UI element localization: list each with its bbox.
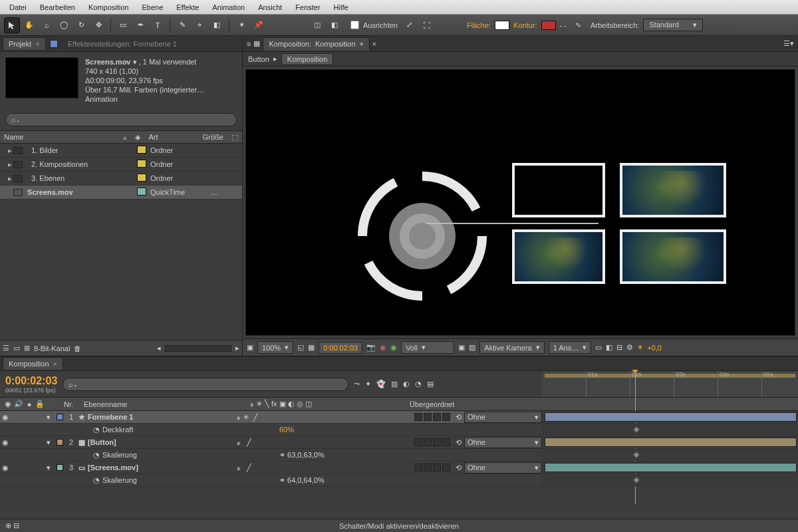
graph-editor-icon[interactable]: ◔	[415, 380, 422, 388]
clone-tool[interactable]: ⌖	[192, 17, 207, 33]
rotobrush-tool[interactable]: ✶	[233, 17, 249, 33]
camera-dropdown[interactable]: Aktive Kamera▾	[479, 341, 545, 354]
project-tab[interactable]: Projekt×	[3, 37, 46, 50]
twirl-icon[interactable]: ▾	[43, 413, 55, 422]
roi-icon[interactable]: ▣	[458, 343, 465, 352]
bezier-icon[interactable]: ∿	[571, 17, 587, 33]
frame-blend-icon[interactable]: ▥	[391, 380, 398, 388]
project-row-selected[interactable]: Screens.mov QuickTime …	[0, 186, 242, 200]
rotate-tool[interactable]: ↻	[73, 17, 89, 33]
project-row[interactable]: ▸ 1. Bilder Ordner	[0, 144, 242, 158]
eraser-tool[interactable]: ◧	[209, 17, 225, 33]
selection-tool[interactable]	[4, 17, 20, 33]
trash-icon[interactable]: 🗑	[74, 344, 81, 352]
effects-tab[interactable]: Effekteinstellungen: Formebene 1	[62, 37, 183, 50]
constrain-icon[interactable]: ⚭	[279, 476, 285, 484]
breadcrumb-item-current[interactable]: Komposition	[281, 53, 334, 65]
exposure-value[interactable]: +0,0	[647, 344, 662, 352]
menu-animation[interactable]: Animation	[205, 3, 251, 11]
stroke-width[interactable]: - -	[560, 21, 567, 29]
new-comp-icon[interactable]: ⊞	[24, 344, 30, 352]
hand-tool[interactable]: ✋	[21, 17, 37, 33]
project-search[interactable]: ⌕▾	[5, 113, 237, 126]
visibility-toggle[interactable]: ◉	[0, 413, 11, 422]
time-ruler[interactable]: 01s 02s 03s 04s 05s	[542, 371, 798, 397]
layer-color-label[interactable]	[57, 414, 63, 420]
keyframe[interactable]	[632, 426, 640, 433]
layer-bar[interactable]	[545, 438, 797, 447]
always-preview-icon[interactable]: ▣	[247, 343, 253, 352]
keyframe[interactable]	[632, 451, 640, 458]
align-checkbox[interactable]	[350, 21, 359, 29]
smallicon-1[interactable]: ◫	[309, 17, 325, 33]
parent-dropdown[interactable]: Ohne▾	[464, 437, 542, 448]
layer-color-label[interactable]	[57, 439, 63, 446]
layer-row[interactable]: ◉ ▾ 1 ★Formebene 1 ⁎☀╱ ⟲Ohne▾	[0, 411, 798, 424]
property-value[interactable]: ⚭ 63,0,63,0%	[0, 451, 325, 460]
timeline-icon[interactable]: ⊟	[616, 343, 622, 352]
scroll-left-icon[interactable]: ◂	[157, 344, 161, 352]
pickwhip-icon[interactable]: ⟲	[456, 464, 462, 472]
menu-bearbeiten[interactable]: Bearbeiten	[33, 3, 82, 11]
channel-icon-2[interactable]: ◉	[390, 343, 397, 352]
snap2-icon[interactable]: ⛶	[419, 17, 435, 33]
smallicon-2[interactable]: ◧	[327, 17, 342, 33]
layer-bar[interactable]	[545, 463, 797, 472]
rect-tool[interactable]: ▭	[115, 17, 131, 33]
breadcrumb-item[interactable]: Button	[248, 55, 269, 63]
parent-dropdown[interactable]: Ohne▾	[464, 412, 542, 423]
pickwhip-icon[interactable]: ⟲	[456, 438, 462, 447]
puppet-tool[interactable]: 📌	[251, 17, 267, 33]
keyframe[interactable]	[632, 476, 640, 483]
text-tool[interactable]: T	[150, 17, 166, 33]
property-value[interactable]: ⚭ 64,0,64,0%	[0, 476, 325, 485]
constrain-icon[interactable]: ⚭	[279, 451, 285, 459]
close-icon[interactable]: ×	[372, 40, 376, 48]
transparency-icon[interactable]: ▨	[469, 343, 475, 352]
property-value[interactable]: 60%	[0, 426, 294, 434]
menu-ansicht[interactable]: Ansicht	[251, 3, 289, 11]
bpc-button[interactable]: 8-Bit-Kanal	[34, 344, 70, 352]
resolution-dropdown[interactable]: Voll▾	[401, 341, 454, 354]
zoom-tool[interactable]: ⌕	[39, 17, 55, 33]
pen-tool[interactable]: ✒	[132, 17, 148, 33]
property-row[interactable]: ◔Skalierung ⚭ 63,0,63,0%	[0, 449, 798, 462]
snap-icon[interactable]: ⤢	[402, 17, 418, 33]
brainstorm-icon[interactable]: ▤	[427, 380, 434, 388]
flowchart-icon[interactable]: ⚙	[626, 343, 633, 352]
timeline-tab[interactable]: Komposition×	[3, 357, 63, 370]
hide-shy-icon[interactable]: 👻	[376, 380, 386, 388]
twirl-icon[interactable]: ▾	[43, 464, 55, 472]
timeline-timecode[interactable]: 0:00:02:03	[5, 375, 57, 387]
menu-komposition[interactable]: Komposition	[82, 3, 136, 11]
stroke-color[interactable]	[541, 21, 556, 30]
zoom-dropdown[interactable]: 100%▾	[257, 341, 293, 354]
toggle-switches-label[interactable]: Schalter/Modi aktivieren/deaktivieren	[339, 522, 459, 530]
property-row[interactable]: ◔Deckkraft 60%	[0, 424, 798, 436]
exposure-reset-icon[interactable]: ✶	[637, 343, 643, 352]
close-icon[interactable]: ×	[53, 360, 57, 368]
scrollbar[interactable]	[165, 345, 231, 352]
fill-color[interactable]	[495, 21, 509, 30]
orbit-tool[interactable]: ◯	[56, 17, 72, 33]
close-icon[interactable]: ×	[35, 40, 39, 48]
current-time[interactable]: 0:00:02:03	[319, 342, 362, 354]
grid-icon[interactable]: ▦	[253, 39, 260, 48]
layer-row[interactable]: ◉ ▾ 3 ▭[Screens.mov] ⁎╱ ⟲Ohne▾	[0, 462, 798, 474]
comp-mini-flowchart-icon[interactable]: ⤳	[354, 380, 360, 388]
composition-viewer[interactable]	[245, 69, 795, 336]
twirl-icon[interactable]: ▾	[43, 438, 55, 447]
pan-behind-tool[interactable]: ✥	[90, 17, 106, 33]
snapshot-icon[interactable]: 📷	[366, 343, 376, 352]
grid-toggle-icon[interactable]: ▦	[308, 343, 315, 352]
timeline-search[interactable]: ⌕▾	[63, 378, 348, 391]
panel-menu-icon[interactable]: ≡	[247, 40, 251, 48]
menu-datei[interactable]: Datei	[3, 3, 33, 11]
pixel-aspect-icon[interactable]: ▭	[595, 343, 602, 352]
menu-effekte[interactable]: Effekte	[170, 3, 205, 11]
menu-fenster[interactable]: Fenster	[289, 3, 327, 11]
res-half-icon[interactable]: ◱	[297, 343, 304, 352]
pickwhip-icon[interactable]: ⟲	[456, 413, 462, 422]
fast-preview-icon[interactable]: ◧	[606, 343, 612, 352]
visibility-toggle[interactable]: ◉	[0, 464, 11, 472]
